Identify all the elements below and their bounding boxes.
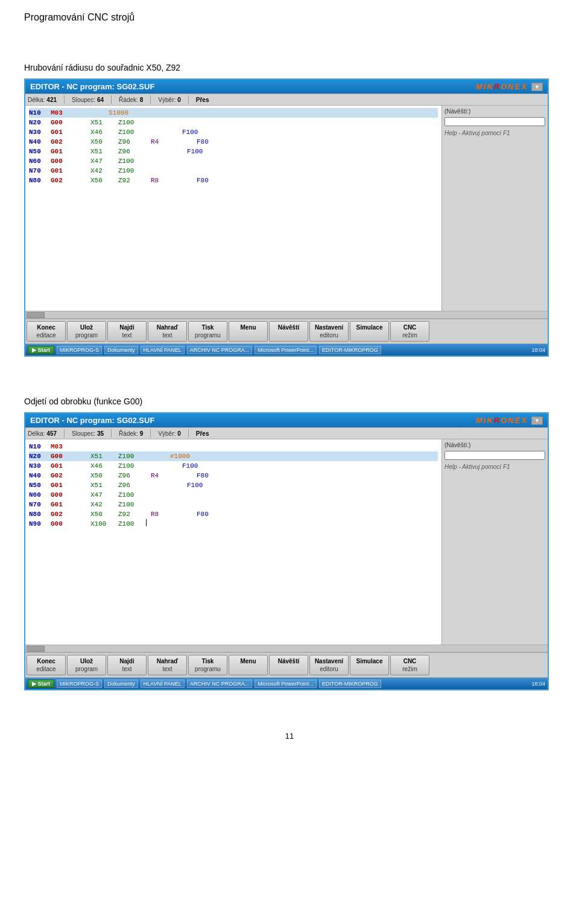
- btn-nahrad-text-1[interactable]: Nahraďtext: [148, 321, 187, 342]
- editor2-title: EDITOR - NC program: SG02.SUF: [30, 416, 154, 425]
- editor1-radek: Řádek: 8: [119, 97, 143, 103]
- editor-window-2: EDITOR - NC program: SG02.SUF MIKRONEX ▼…: [24, 412, 549, 690]
- editor1-taskbar-item-5[interactable]: Microsoft PowerPoint...: [255, 346, 317, 354]
- editor1-sidebar-help: Help - Aktivuj pomocí F1: [445, 130, 545, 136]
- btn-menu-2[interactable]: Menu: [229, 655, 268, 675]
- editor1-taskbar-item-2[interactable]: Dokumenty: [104, 346, 138, 354]
- table-row: N70G01X42Z100: [29, 500, 438, 509]
- table-row: N10M03S1000: [29, 108, 438, 118]
- editor2-vyber: Výběr: 0: [158, 430, 180, 437]
- editor1-titlebar: EDITOR - NC program: SG02.SUF MIKRONEX ▼: [25, 80, 548, 94]
- table-row: N60G00X47Z100: [29, 490, 438, 500]
- editor2-taskbar-item-4[interactable]: ARCHIV NC PROGRA...: [187, 680, 253, 688]
- btn-cnc-rezim-2[interactable]: CNCrežim: [390, 655, 429, 675]
- editor2-logo: MIKRONEX: [476, 416, 528, 425]
- editor1-scrollbar-thumb[interactable]: [27, 312, 45, 318]
- editor1-taskbar-item-3[interactable]: HLAVNÍ PANEL: [141, 346, 185, 354]
- editor2-delka: Délka: 457: [28, 430, 57, 437]
- table-row: N20G00X51Z100: [29, 118, 438, 127]
- editor2-main: N10M03 N20G00X51Z100#1000 N30G01X46Z100F…: [25, 439, 548, 645]
- editor-window-1: EDITOR - NC program: SG02.SUF MIKRONEX ▼…: [24, 78, 549, 357]
- editor2-buttons: Koneceditace Uložprogram Najditext Nahra…: [25, 652, 548, 677]
- table-row: N60G00X47Z100: [29, 156, 438, 166]
- btn-najdi-text-2[interactable]: Najditext: [107, 655, 147, 675]
- editor2-sidebar-help: Help - Aktivuj pomocí F1: [445, 464, 545, 470]
- editor2-statusbar: Délka: 457 Sloupec: 35 Řádek: 9 Výběr: 0…: [25, 427, 548, 439]
- btn-nahrad-text-2[interactable]: Nahraďtext: [148, 655, 187, 675]
- table-row: N40G02X50Z96R4F80: [29, 137, 438, 147]
- table-row: N30G01X46Z100F100: [29, 461, 438, 471]
- editor1-taskbar: ▶ Start MIKROPROG-S Dokumenty HLAVNÍ PAN…: [25, 343, 548, 355]
- table-row: N50G01X51Z96F100: [29, 147, 438, 156]
- editor2-taskbar-item-2[interactable]: Dokumenty: [104, 680, 138, 688]
- btn-tisk-programu-1[interactable]: Tiskprogramu: [188, 321, 227, 342]
- btn-menu-1[interactable]: Menu: [229, 321, 268, 342]
- table-row: N70G01X42Z100: [29, 166, 438, 176]
- editor2-pres: Přes: [196, 430, 209, 437]
- editor2-taskbar-clock: 18:04: [531, 681, 545, 687]
- editor2-taskbar: ▶ Start MIKROPROG-S Dokumenty HLAVNÍ PAN…: [25, 677, 548, 689]
- table-row: N20G00X51Z100#1000: [29, 451, 438, 461]
- editor1-code-area[interactable]: N10M03S1000 N20G00X51Z100 N30G01X46Z100F…: [25, 106, 442, 311]
- editor1-taskbar-item-4[interactable]: ARCHIV NC PROGRA...: [187, 346, 253, 354]
- editor2-titlebar: EDITOR - NC program: SG02.SUF MIKRONEX ▼: [25, 413, 548, 427]
- editor2-scrollbar-h[interactable]: [25, 645, 548, 652]
- btn-konec-editace-2[interactable]: Koneceditace: [27, 655, 66, 675]
- btn-navesti-2[interactable]: Návěští: [269, 655, 308, 675]
- editor1-pres: Přes: [196, 97, 209, 103]
- editor2-close-icon[interactable]: ▼: [531, 416, 543, 425]
- btn-simulace-1[interactable]: Simulace: [350, 321, 389, 342]
- editor1-scrollbar-h[interactable]: [25, 311, 548, 318]
- btn-najdi-text-1[interactable]: Najditext: [107, 321, 147, 342]
- btn-tisk-programu-2[interactable]: Tiskprogramu: [188, 655, 227, 675]
- editor2-taskbar-item-1[interactable]: MIKROPROG-S: [57, 680, 102, 688]
- editor2-taskbar-item-5[interactable]: Microsoft PowerPoint...: [255, 680, 317, 688]
- table-row: N30G01X46Z100F100: [29, 127, 438, 137]
- table-row: N40G02X50Z96R4F80: [29, 471, 438, 480]
- btn-uloz-program-2[interactable]: Uložprogram: [67, 655, 106, 675]
- editor1-sidebar-input[interactable]: [445, 117, 545, 126]
- table-row: N50G01X51Z96F100: [29, 480, 438, 490]
- btn-cnc-rezim-1[interactable]: CNCrežim: [390, 321, 429, 342]
- btn-simulace-2[interactable]: Simulace: [350, 655, 389, 675]
- section2-title: Odjetí od obrobku (funkce G00): [24, 397, 555, 406]
- page-title: Programování CNC strojů: [24, 12, 555, 23]
- editor1-sloupec: Sloupec: 64: [72, 97, 104, 103]
- editor2-taskbar-item-6[interactable]: EDITOR-MIKROPROG: [319, 680, 381, 688]
- editor1-taskbar-item-6[interactable]: EDITOR-MIKROPROG: [319, 346, 381, 354]
- editor1-title: EDITOR - NC program: SG02.SUF: [30, 82, 154, 91]
- editor2-taskbar-item-3[interactable]: HLAVNÍ PANEL: [141, 680, 185, 688]
- editor2-sloupec: Sloupec: 35: [72, 430, 104, 437]
- section1-title: Hrubování rádiusu do souřadnic X50, Z92: [24, 63, 555, 72]
- editor1-statusbar: Délka: 421 Sloupec: 64 Řádek: 8 Výběr: 0…: [25, 94, 548, 106]
- editor1-sidebar-label: (Návěští:): [445, 108, 545, 115]
- btn-nastaveni-editoru-1[interactable]: Nastaveníeditoru: [309, 321, 349, 342]
- editor2-radek: Řádek: 9: [119, 430, 143, 437]
- table-row: N90G00X100Z100: [29, 519, 438, 529]
- editor1-sidebar: (Návěští:) Help - Aktivuj pomocí F1: [442, 106, 548, 311]
- editor2-scrollbar-thumb[interactable]: [27, 646, 45, 652]
- table-row: N10M03: [29, 442, 438, 451]
- table-row: N80G02X50Z92R8F80: [29, 509, 438, 519]
- editor1-taskbar-item-1[interactable]: MIKROPROG-S: [57, 346, 102, 354]
- editor2-sidebar-input[interactable]: [445, 451, 545, 460]
- editor2-taskbar-start[interactable]: ▶ Start: [28, 680, 54, 688]
- editor2-sidebar: (Návěští:) Help - Aktivuj pomocí F1: [442, 439, 548, 645]
- editor1-buttons: Koneceditace Uložprogram Najditext Nahra…: [25, 318, 548, 343]
- btn-nastaveni-editoru-2[interactable]: Nastaveníeditoru: [309, 655, 349, 675]
- editor1-vyber: Výběr: 0: [158, 97, 180, 103]
- editor1-delka: Délka: 421: [28, 97, 57, 103]
- editor1-taskbar-clock: 18:04: [531, 347, 545, 353]
- btn-konec-editace-1[interactable]: Koneceditace: [27, 321, 66, 342]
- editor1-logo: MIKRONEX: [476, 82, 528, 91]
- editor2-sidebar-label: (Návěští:): [445, 442, 545, 448]
- btn-uloz-program-1[interactable]: Uložprogram: [67, 321, 106, 342]
- editor1-close-icon[interactable]: ▼: [531, 83, 543, 91]
- editor1-taskbar-start[interactable]: ▶ Start: [28, 346, 54, 354]
- editor1-main: N10M03S1000 N20G00X51Z100 N30G01X46Z100F…: [25, 106, 548, 311]
- page-number: 11: [24, 731, 555, 741]
- btn-navesti-1[interactable]: Návěští: [269, 321, 308, 342]
- table-row: N80G02X50Z92R8F80: [29, 176, 438, 185]
- editor2-code-area[interactable]: N10M03 N20G00X51Z100#1000 N30G01X46Z100F…: [25, 439, 442, 645]
